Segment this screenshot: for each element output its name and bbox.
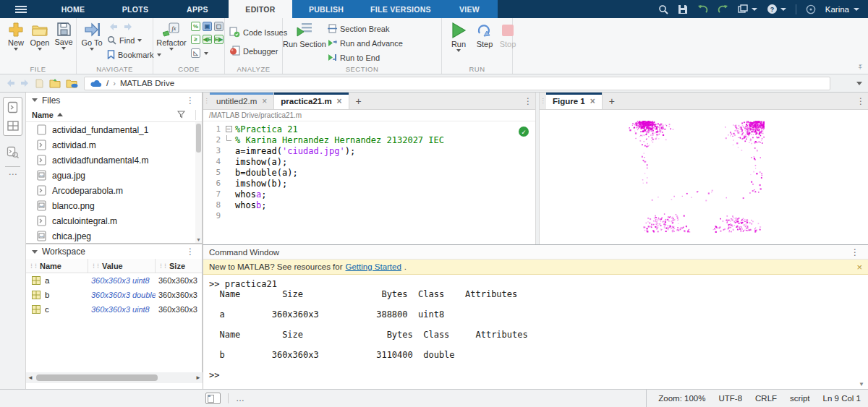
account-icon[interactable] [806,4,816,14]
wrap-comment-icon[interactable]: ≥ [191,35,200,44]
close-icon[interactable] [262,96,267,106]
back-arrow-icon[interactable] [6,79,15,87]
account-menu[interactable]: Karina [825,5,859,14]
scrollbar-thumb[interactable] [36,374,158,381]
tab-view[interactable]: VIEW [441,0,498,18]
new-figure-button[interactable] [603,93,621,109]
upload-file-icon[interactable] [35,78,44,88]
new-folder-icon[interactable] [49,78,61,88]
breadcrumb-dropdown-icon[interactable] [856,82,862,85]
editor-menu-icon[interactable] [521,96,535,106]
files-panel-toggle[interactable] [4,98,22,116]
workspace-panel-toggle[interactable] [4,116,22,135]
section-break-button[interactable]: Section Break [328,24,389,33]
breadcrumb-root[interactable]: MATLAB Drive [120,79,174,87]
file-row[interactable]: calculointegral.m [26,213,195,228]
tab-home[interactable]: HOME [42,0,104,18]
code-line[interactable]: 4imshow(a); [203,156,535,167]
open-button[interactable]: Open [27,22,52,51]
scroll-left-icon[interactable]: ◄ [26,374,35,381]
workspace-menu-icon[interactable] [183,247,197,257]
figure-tab-1[interactable]: Figure 1 [546,93,603,109]
collapse-ribbon-icon[interactable]: ⍏̅ [859,64,862,72]
status-zoom[interactable]: Zoom: 100% [658,394,705,403]
lock-icon[interactable]: ◺ [191,48,200,58]
code-line[interactable]: 6imshow(b); [203,178,535,189]
tabstrip-handle[interactable]: ⋮ [540,93,546,109]
collapse-caret-icon[interactable] [32,250,38,254]
file-row[interactable]: actividad.m [26,137,195,153]
undo-icon[interactable] [697,4,708,14]
find-files-button[interactable] [4,143,22,161]
scroll-right-icon[interactable]: ► [194,374,203,381]
indent-left-icon[interactable]: ◀E [203,35,212,44]
refactor-button[interactable]: fx Refactor [155,22,188,51]
code-line[interactable]: 9 [203,210,535,221]
scroll-down-icon[interactable] [859,381,864,387]
code-editor[interactable]: ✓ 1–%Practica 212% Karina Hernandez Hern… [203,121,535,244]
scrollbar-thumb[interactable] [196,124,201,153]
help-menu[interactable]: ? [767,4,786,14]
find-button[interactable]: Find [107,35,142,45]
file-row[interactable]: actividadfundamental4.m [26,153,195,168]
run-to-end-button[interactable]: Run to End [328,53,380,62]
chevron-down-icon[interactable] [204,52,208,55]
fold-collapse-icon[interactable]: – [226,126,232,132]
editor-tab-untitled2[interactable]: untitled2.m [210,93,274,109]
code-line[interactable]: 8whos b; [203,200,535,210]
status-eol[interactable]: CRLF [755,394,777,403]
files-scrollbar[interactable] [195,122,202,243]
breadcrumb[interactable]: / › MATLAB Drive [84,77,830,90]
left-panel-hscrollbar[interactable]: ◄ ► [26,372,203,383]
filter-icon[interactable] [177,108,185,121]
tab-plots[interactable]: PLOTS [104,0,166,18]
code-line[interactable]: 7whos a; [203,189,535,200]
figure-menu-icon[interactable] [854,96,868,106]
run-section-button[interactable]: Run Section [289,22,320,49]
forward-arrow-icon[interactable] [124,22,133,31]
file-row[interactable]: actividad_fundamental_1 [26,122,195,137]
preview-page-button[interactable] [205,393,221,404]
status-encoding[interactable]: UTF-8 [718,394,742,403]
goto-button[interactable]: Go To [80,22,104,51]
tabstrip-handle[interactable]: ⋮ [203,93,210,109]
status-more-icon[interactable] [236,393,245,403]
cloud-folder-icon[interactable] [66,78,78,88]
tab-apps[interactable]: APPS [166,0,229,18]
layout-menu[interactable] [738,4,757,14]
comment-percent-icon[interactable]: % [191,22,200,31]
stop-button[interactable]: Stop [495,22,520,48]
search-icon[interactable] [658,4,668,14]
new-button[interactable]: New [4,22,28,51]
tab-file-versions[interactable]: FILE VERSIONS [360,0,441,18]
code-analyzer-check-icon[interactable]: ✓ [519,127,529,137]
collapse-caret-icon[interactable] [32,98,38,102]
hamburger-menu-icon[interactable] [0,0,42,18]
indent-right-icon[interactable]: E▶ [214,35,224,44]
file-row[interactable]: chica.jpeg [26,228,195,243]
tab-publish[interactable]: PUBLISH [292,0,360,18]
code-line[interactable]: 2% Karina Hernandez Hernandez 2132027 IE… [203,134,535,145]
back-arrow-icon[interactable] [109,22,118,31]
rail-more-button[interactable]: ⋯ [0,169,26,179]
close-icon[interactable] [337,96,342,106]
code-line[interactable]: 5b=double(a); [203,167,535,178]
paste-icon[interactable]: ▢ [214,22,224,31]
editor-tab-practica21[interactable]: practica21.m [274,93,349,109]
command-window-menu-icon[interactable] [848,247,862,257]
save-icon[interactable] [678,4,688,14]
close-icon[interactable] [590,96,595,106]
workspace-row[interactable]: b360x360x3 double360x360x3 [26,288,202,302]
status-file-kind[interactable]: script [790,394,809,403]
file-row[interactable]: agua.jpg [26,168,195,183]
workspace-row[interactable]: a360x360x3 uint8360x360x3 [26,273,202,288]
code-issues-button[interactable]: Code Issues [229,27,287,38]
tab-editor[interactable]: EDITOR [229,0,292,18]
files-column-header[interactable]: Name [26,108,202,122]
file-row[interactable]: Arcodeparabola.m [26,183,195,198]
console[interactable]: >> practica21 Name Size Bytes Class Attr… [203,275,868,389]
run-button[interactable]: Run [446,22,471,52]
step-button[interactable]: Step [472,22,497,48]
redo-icon[interactable] [718,4,728,14]
workspace-row[interactable]: c360x360x3 uint8360x360x3 [26,302,202,317]
